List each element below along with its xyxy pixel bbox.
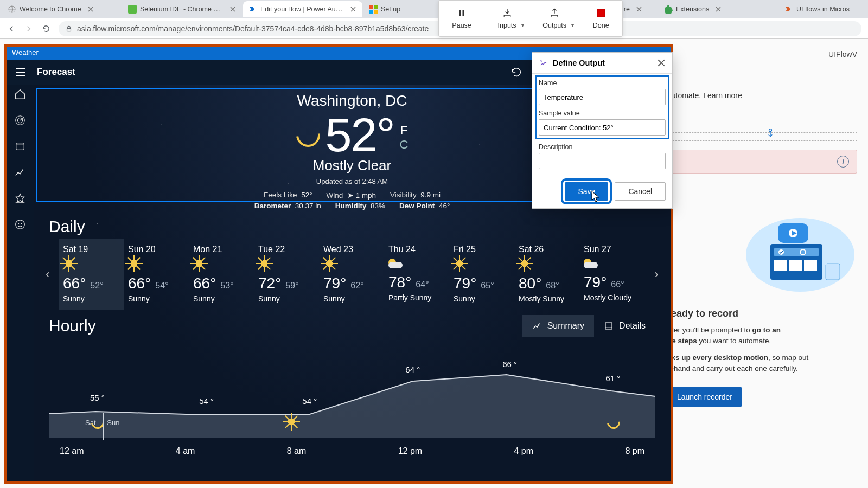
- chart-icon[interactable]: [14, 166, 27, 179]
- dialog-title: Define Output: [553, 59, 657, 67]
- close-icon[interactable]: [229, 5, 237, 13]
- favorites-icon[interactable]: [14, 192, 27, 205]
- day-label: Mon 21: [193, 245, 250, 254]
- svg-rect-3: [374, 5, 378, 9]
- inputs-dropdown[interactable]: Inputs: [498, 8, 516, 29]
- launch-recorder-button[interactable]: Launch recorder: [667, 387, 742, 407]
- reload-button[interactable]: [41, 24, 51, 34]
- high-temp: 79°: [323, 275, 346, 292]
- low-temp: 53°: [220, 281, 233, 291]
- done-button[interactable]: Done: [593, 8, 609, 29]
- day-card[interactable]: Sat 2680°68°Mostly Sunny: [514, 239, 579, 310]
- day-card[interactable]: Mon 2166°53°Sunny: [189, 239, 254, 310]
- partly-sunny-icon: [584, 258, 598, 268]
- extension-icon: [664, 5, 673, 14]
- radar-icon[interactable]: [14, 114, 27, 127]
- stop-icon: [596, 8, 607, 18]
- low-temp: 64°: [416, 280, 429, 290]
- summary-tab[interactable]: Summary: [522, 315, 594, 337]
- close-icon[interactable]: [635, 5, 643, 13]
- microsoft-icon: [369, 5, 378, 14]
- pause-button[interactable]: Pause: [452, 8, 471, 29]
- low-temp: 54°: [155, 281, 168, 291]
- close-icon[interactable]: [714, 5, 722, 13]
- close-button[interactable]: [657, 59, 666, 67]
- day-card[interactable]: Sun 2066°54°Sunny: [124, 239, 189, 310]
- current-temp: 52°: [326, 107, 394, 163]
- high-temp: 72°: [258, 275, 281, 292]
- name-input[interactable]: [539, 89, 666, 105]
- browser-tab[interactable]: Welcome to Chrome: [2, 1, 122, 17]
- day-card[interactable]: Tue 2272°59°Sunny: [254, 239, 319, 310]
- sample-input[interactable]: [539, 119, 666, 136]
- day-label: Thu 24: [388, 245, 445, 254]
- close-icon[interactable]: [87, 5, 94, 13]
- lock-icon: [65, 25, 73, 33]
- home-icon[interactable]: [14, 88, 27, 101]
- day-condition: Partly Sunny: [388, 293, 445, 302]
- tab-title: Selenium IDE - Chrome Web Sto: [140, 5, 224, 13]
- browser-tab[interactable]: Set up: [363, 1, 434, 17]
- recorder-toolbar: Pause Inputs Outputs Done: [438, 0, 623, 37]
- day-card[interactable]: Wed 2379°62°Sunny: [319, 239, 384, 310]
- high-temp: 78°: [388, 274, 411, 291]
- close-icon[interactable]: [349, 5, 357, 13]
- sun-icon: [323, 258, 335, 269]
- globe-icon: [8, 5, 16, 14]
- svg-rect-19: [826, 264, 840, 280]
- info-icon: i: [837, 156, 849, 168]
- svg-rect-31: [463, 10, 464, 16]
- tab-title: Welcome to Chrome: [20, 5, 81, 13]
- partly-sunny-icon: [388, 258, 403, 268]
- pause-icon: [456, 8, 467, 18]
- feedback-icon[interactable]: [14, 218, 27, 231]
- daily-forecast: ‹ Sat 1966°52°SunnySun 2066°54°SunnyMon …: [34, 239, 671, 310]
- low-temp: 66°: [611, 280, 624, 290]
- hint-1: rder you'll be prompted to go to anhe st…: [667, 325, 857, 347]
- history-icon[interactable]: [14, 140, 27, 153]
- refresh-button[interactable]: [505, 61, 528, 83]
- browser-tab[interactable]: Selenium IDE - Chrome Web Sto: [123, 1, 242, 17]
- back-button[interactable]: [7, 24, 16, 34]
- day-card[interactable]: Fri 2579°65°Sunny: [449, 239, 514, 310]
- unit-toggle[interactable]: FC: [400, 124, 409, 152]
- hourly-chart[interactable]: 55 ° 54 ° 54 ° 64 ° 66 ° 61 ° Sat Sun 12…: [49, 340, 655, 459]
- day-card[interactable]: Sat 1966°52°Sunny: [59, 239, 124, 310]
- browser-tab[interactable]: UI flows in Micros: [779, 1, 866, 17]
- next-button[interactable]: ›: [646, 267, 667, 281]
- day-label: Sun 27: [584, 245, 640, 254]
- day-card[interactable]: Sun 2779°66°Mostly Cloudy: [579, 239, 644, 310]
- menu-button[interactable]: [10, 61, 31, 83]
- outputs-dropdown[interactable]: Outputs: [542, 8, 566, 29]
- save-button[interactable]: Save: [565, 182, 608, 201]
- high-temp: 66°: [128, 275, 151, 292]
- low-temp: 62°: [350, 281, 363, 291]
- uiflow-label: UIFlowV: [667, 50, 857, 59]
- day-card[interactable]: Thu 2478°64°Partly Sunny: [384, 239, 449, 310]
- tab-title: Set up: [381, 5, 400, 13]
- anchor-icon: [765, 127, 776, 138]
- sample-label: Sample value: [539, 110, 666, 117]
- forward-button[interactable]: [24, 24, 34, 34]
- svg-rect-29: [605, 323, 612, 329]
- app-sidebar: [7, 85, 34, 481]
- selenium-icon: [128, 5, 137, 14]
- day-label: Fri 25: [454, 245, 510, 254]
- svg-rect-13: [774, 260, 787, 271]
- day-condition: Mostly Sunny: [519, 294, 575, 303]
- svg-text:A: A: [540, 59, 542, 62]
- drop-zone[interactable]: [667, 132, 857, 141]
- cancel-button[interactable]: Cancel: [615, 182, 666, 201]
- details-tab[interactable]: Details: [594, 315, 655, 337]
- info-banner: i: [667, 150, 857, 174]
- high-temp: 66°: [63, 275, 86, 292]
- define-output-dialog: A Define Output Name Sample value Descri…: [532, 52, 673, 209]
- sun-icon: [258, 258, 270, 269]
- flow-icon: [248, 5, 257, 14]
- browser-tab[interactable]: Extensions: [659, 1, 778, 17]
- browser-tab-active[interactable]: Edit your flow | Power Automate: [243, 1, 362, 17]
- svg-rect-5: [374, 10, 378, 14]
- day-label: Sun 20: [128, 245, 184, 254]
- prev-button[interactable]: ‹: [37, 267, 59, 281]
- desc-input[interactable]: [539, 153, 666, 169]
